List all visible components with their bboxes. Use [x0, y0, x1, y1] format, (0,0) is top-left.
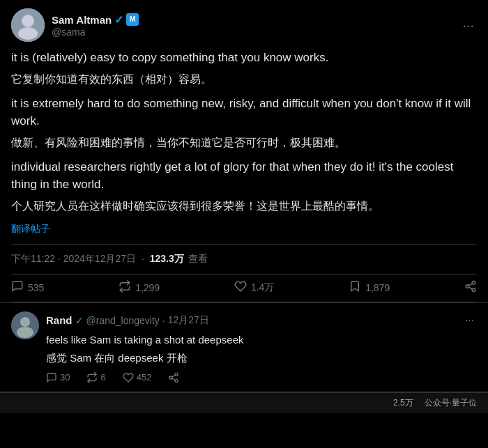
retweet-icon	[119, 280, 131, 296]
more-options-button[interactable]: ···	[459, 15, 477, 36]
line3-zh: 个人研究人员在这样做时确实应该得到很多荣誉！这是世界上最酷的事情。	[11, 198, 477, 215]
reply-count: 535	[28, 282, 44, 293]
share-icon	[464, 280, 477, 296]
reply-text: feels like Sam is taking a shot at deeps…	[46, 332, 477, 366]
svg-line-14	[172, 378, 176, 380]
tweet-content: it is (relatively) easy to copy somethin…	[11, 49, 477, 215]
reply-verified-icon: ✓	[75, 315, 84, 326]
like-count: 1.4万	[251, 281, 274, 294]
reply-more-options-button[interactable]: ···	[462, 311, 477, 330]
svg-line-7	[468, 283, 472, 285]
tweet-header: Sam Altman ✓ M @sama ···	[11, 8, 477, 42]
reply-date: 12月27日	[168, 314, 209, 327]
reply-button[interactable]: 535	[11, 280, 44, 296]
tweet-meta: 下午11:22 · 2024年12月27日 · 123.3万 查看	[11, 244, 477, 275]
display-name[interactable]: Sam Altman ✓ M	[52, 13, 139, 26]
heart-icon	[234, 280, 247, 296]
line1-zh: 它复制你知道有效的东西（相对）容易。	[11, 71, 477, 88]
action-bar: 535 1,299 1.4万	[11, 275, 477, 302]
reply-like-button[interactable]: 452	[123, 372, 152, 383]
reply-tweet: Rand ✓ @rand_longevity · 12月27日 ··· feel…	[0, 303, 488, 392]
reply-like-count: 452	[137, 372, 152, 383]
meta-badge: M	[126, 13, 139, 26]
footer-bar: 2.5万 公众号·量子位	[0, 392, 488, 413]
footer-version: 2.5万	[393, 397, 413, 409]
name-text: Sam Altman	[52, 14, 112, 26]
reply-reply-button[interactable]: 30	[46, 372, 70, 383]
like-button[interactable]: 1.4万	[234, 280, 274, 296]
reply-line1-en: feels like Sam is taking a shot at deeps…	[46, 332, 477, 348]
tweet-timestamp: 下午11:22 · 2024年12月27日	[11, 253, 136, 264]
reply-reply-icon	[46, 372, 57, 383]
share-button[interactable]	[464, 280, 477, 296]
retweet-count: 1,299	[135, 282, 160, 293]
avatar[interactable]	[11, 8, 45, 42]
reply-line1-zh: 感觉 Sam 在向 deepseek 开枪	[46, 350, 477, 366]
reply-share-icon	[168, 372, 179, 383]
bookmark-button[interactable]: 1,879	[349, 280, 390, 296]
svg-point-9	[20, 317, 30, 327]
reply-content: Rand ✓ @rand_longevity · 12月27日 ··· feel…	[46, 311, 477, 383]
reply-avatar[interactable]	[11, 311, 39, 339]
reply-retweet-button[interactable]: 6	[86, 372, 105, 383]
reply-retweet-icon	[86, 372, 98, 383]
svg-point-2	[18, 27, 38, 40]
reply-icon	[11, 280, 24, 296]
line2-zh: 做新、有风险和困难的事情，当你不知道它是否可行时，极其困难。	[11, 134, 477, 151]
line1-en: it is (relatively) easy to copy somethin…	[11, 49, 477, 67]
views-label[interactable]: 查看	[188, 253, 208, 264]
bookmark-icon	[349, 280, 361, 296]
svg-line-6	[468, 287, 472, 289]
translate-link[interactable]: 翻译帖子	[11, 223, 477, 235]
user-info: Sam Altman ✓ M @sama	[52, 13, 139, 38]
verified-icon: ✓	[114, 13, 123, 26]
reply-retweet-count: 6	[100, 372, 105, 383]
footer-watermark: 公众号·量子位	[425, 397, 477, 409]
reply-action-bar: 30 6 452	[46, 372, 477, 383]
reply-display-name[interactable]: Rand	[46, 314, 73, 326]
svg-point-1	[22, 15, 34, 27]
reply-header: Rand ✓ @rand_longevity · 12月27日 ···	[46, 311, 477, 330]
bookmark-count: 1,879	[365, 282, 390, 293]
reply-share-button[interactable]	[168, 372, 179, 383]
line3-en: individual researchers rightly get a lot…	[11, 158, 477, 194]
svg-line-15	[172, 375, 176, 377]
reply-username: @rand_longevity	[86, 315, 160, 326]
reply-reply-count: 30	[60, 372, 70, 383]
reply-heart-icon	[123, 372, 134, 383]
views-count: 123.3万	[150, 253, 184, 264]
line2-en: it is extremely hard to do something new…	[11, 95, 477, 130]
retweet-button[interactable]: 1,299	[119, 280, 160, 296]
username: @sama	[52, 26, 139, 38]
svg-point-10	[17, 327, 33, 338]
